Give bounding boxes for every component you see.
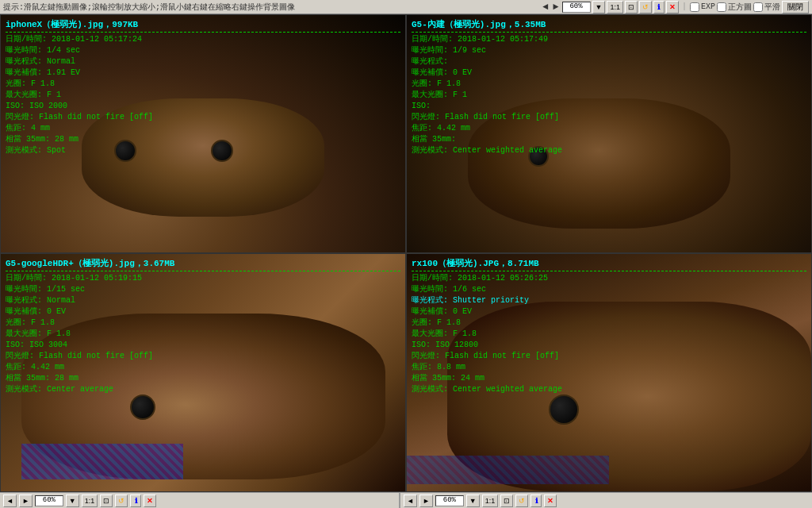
info-line-8: 焦距: 4 mm — [6, 123, 400, 134]
tr-info-0: 日期/時間: 2018-01-12 05:17:49 — [412, 34, 806, 45]
bottom-toolbars: ◄ ► 60% ▼ 1:1 ⊡ ↺ ℹ ✕ ◄ ► 60% ▼ 1:1 ⊡ ↺ … — [0, 492, 812, 508]
tr-info-6: ISO: — [412, 101, 806, 112]
bl-info-3: 曝光補償: 0 EV — [6, 306, 400, 318]
tr-info-1: 曝光時間: 1/9 sec — [412, 45, 806, 56]
divider-bl — [6, 271, 400, 271]
square-label: 正方圖 — [728, 2, 752, 13]
tr-info-3: 曝光補償: 0 EV — [412, 67, 806, 79]
br-info-0: 日期/時間: 2018-01-12 05:26:25 — [412, 273, 806, 284]
rotate-btn[interactable]: ↺ — [639, 1, 652, 13]
panel-info-top-left: iphoneX（極弱光).jpg，997KB 日期/時間: 2018-01-12… — [1, 15, 405, 160]
btn-nav-next-left[interactable]: ► — [19, 495, 33, 507]
br-info-2: 曝光程式: Shutter priority — [412, 295, 806, 306]
panel-title-top-right: G5-內建（極弱光).jpg，5.35MB — [412, 18, 806, 30]
info-line-1: 曝光時間: 1/4 sec — [6, 45, 400, 56]
bl-info-9: 相當 35mm: 28 mm — [6, 373, 400, 384]
br-info-5: 最大光圈: F 1.8 — [412, 329, 806, 340]
info-line-9: 相當 35mm: 28 mm — [6, 134, 400, 145]
info-line-2: 曝光程式: Normal — [6, 56, 400, 67]
br-info-8: 焦距: 8.8 mm — [412, 362, 806, 373]
bl-info-2: 曝光程式: Normal — [6, 295, 400, 306]
zoom-display-top[interactable]: 60% — [562, 2, 591, 13]
btn-nav-next-right[interactable]: ► — [419, 495, 433, 507]
zoom-dropdown-left[interactable]: ▼ — [66, 495, 79, 507]
tr-info-7: 閃光燈: Flash did not fire [off] — [412, 112, 806, 123]
bl-info-10: 測光模式: Center average — [6, 384, 400, 395]
bear-eye-br — [549, 394, 579, 425]
separator: | — [682, 2, 687, 11]
exp-label: EXP — [701, 2, 715, 11]
square-checkbox[interactable] — [717, 2, 726, 12]
btn-nav-prev-right[interactable]: ◄ — [404, 495, 417, 507]
bottom-toolbar-right: ◄ ► 60% ▼ 1:1 ⊡ ↺ ℹ ✕ — [400, 492, 812, 508]
tr-info-9: 相當 35mm: — [412, 134, 806, 145]
panel-title-top-left: iphoneX（極弱光).jpg，997KB — [6, 18, 400, 30]
info-left[interactable]: ℹ — [130, 495, 141, 507]
panel-bottom-left: G5-googleHDR+（極弱光).jpg，3.67MB 日期/時間: 201… — [0, 253, 406, 492]
tr-info-4: 光圈: F 1.8 — [412, 79, 806, 90]
nav-right-icon[interactable]: ► — [551, 2, 560, 13]
close-top-right-btn[interactable]: ✕ — [666, 1, 679, 13]
zoom-dropdown-btn[interactable]: ▼ — [592, 1, 606, 13]
divider-br — [412, 271, 806, 271]
panel-info-bottom-right: rx100（極弱光).JPG，8.71MB 日期/時間: 2018-01-12 … — [407, 254, 811, 398]
zoom-right-bottom[interactable]: 60% — [435, 495, 464, 506]
zoom-ratio-right[interactable]: 1:1 — [482, 495, 499, 507]
zoom-left-bottom[interactable]: 60% — [35, 495, 63, 506]
bl-info-5: 最大光圈: F 1.8 — [6, 329, 400, 340]
tr-info-8: 焦距: 4.42 mm — [412, 123, 806, 134]
top-toolbar: 提示:滑鼠左鍵拖動圖像;滾輪控制放大縮小;滑鼠小鍵右鍵在縮略右鍵操作背景圖像 ◄… — [0, 0, 812, 14]
bl-info-0: 日期/時間: 2018-01-12 05:19:15 — [6, 273, 400, 284]
zoom-dropdown-right[interactable]: ▼ — [466, 495, 480, 507]
tr-info-10: 測光模式: Center weighted average — [412, 145, 806, 156]
bl-info-1: 曝光時間: 1/15 sec — [6, 284, 400, 295]
bl-info-4: 光圈: F 1.8 — [6, 318, 400, 329]
info-line-3: 曝光補償: 1.91 EV — [6, 67, 400, 79]
br-info-6: ISO: ISO 12800 — [412, 340, 806, 351]
nav-left-icon[interactable]: ◄ — [541, 2, 550, 13]
info-line-7: 閃光燈: Flash did not fire [off] — [6, 112, 400, 123]
close-right[interactable]: ✕ — [544, 495, 557, 507]
bl-info-7: 閃光燈: Flash did not fire [off] — [6, 351, 400, 362]
br-info-10: 測光模式: Center weighted average — [412, 384, 806, 395]
zoom-fit-left[interactable]: ⊡ — [100, 495, 113, 507]
panel-title-bottom-left: G5-googleHDR+（極弱光).jpg，3.67MB — [6, 257, 400, 269]
info-line-6: ISO: ISO 2000 — [6, 101, 400, 112]
br-info-7: 閃光燈: Flash did not fire [off] — [412, 351, 806, 362]
toolbar-hint: 提示:滑鼠左鍵拖動圖像;滾輪控制放大縮小;滑鼠小鍵右鍵在縮略右鍵操作背景圖像 — [3, 2, 295, 13]
info-line-0: 日期/時間: 2018-01-12 05:17:24 — [6, 34, 400, 45]
panel-title-bottom-right: rx100（極弱光).JPG，8.71MB — [412, 257, 806, 269]
br-info-1: 曝光時間: 1/6 sec — [412, 284, 806, 295]
bottom-toolbar-left: ◄ ► 60% ▼ 1:1 ⊡ ↺ ℹ ✕ — [0, 492, 400, 508]
info-line-10: 測光模式: Spot — [6, 145, 400, 156]
br-info-4: 光圈: F 1.8 — [412, 318, 806, 329]
info-right[interactable]: ℹ — [530, 495, 542, 507]
panel-info-bottom-left: G5-googleHDR+（極弱光).jpg，3.67MB 日期/時間: 201… — [1, 254, 405, 398]
divider-tr — [412, 32, 806, 33]
close-left[interactable]: ✕ — [144, 495, 156, 507]
info-btn[interactable]: ℹ — [653, 1, 665, 13]
zoom-ratio-left[interactable]: 1:1 — [82, 495, 98, 507]
br-info-3: 曝光補償: 0 EV — [412, 306, 806, 318]
exp-checkbox[interactable] — [690, 2, 699, 12]
rotate-left[interactable]: ↺ — [115, 495, 128, 507]
divider — [6, 32, 400, 33]
zoom-reset-btn[interactable]: 1:1 — [607, 1, 623, 13]
bl-info-6: ISO: ISO 3004 — [6, 340, 400, 351]
zoom-fit-right[interactable]: ⊡ — [500, 495, 513, 507]
panel-top-right: G5-內建（極弱光).jpg，5.35MB 日期/時間: 2018-01-12 … — [406, 14, 812, 253]
normal-checkbox[interactable] — [753, 2, 763, 12]
rotate-right[interactable]: ↺ — [515, 495, 528, 507]
normal-label: 平滑 — [764, 2, 780, 13]
main-area: iphoneX（極弱光).jpg，997KB 日期/時間: 2018-01-12… — [0, 14, 812, 492]
panel-bottom-right: rx100（極弱光).JPG，8.71MB 日期/時間: 2018-01-12 … — [406, 253, 812, 492]
zoom-fit-btn[interactable]: ⊡ — [625, 1, 638, 13]
btn-nav-prev-left[interactable]: ◄ — [3, 495, 17, 507]
br-info-9: 相當 35mm: 24 mm — [412, 373, 806, 384]
panel-top-left: iphoneX（極弱光).jpg，997KB 日期/時間: 2018-01-12… — [0, 14, 406, 253]
tr-info-5: 最大光圈: F 1 — [412, 90, 806, 101]
close-main-btn[interactable]: 關閉 — [782, 1, 809, 13]
panel-info-top-right: G5-內建（極弱光).jpg，5.35MB 日期/時間: 2018-01-12 … — [407, 15, 811, 160]
info-line-5: 最大光圈: F 1 — [6, 90, 400, 101]
bl-info-8: 焦距: 4.42 mm — [6, 362, 400, 373]
